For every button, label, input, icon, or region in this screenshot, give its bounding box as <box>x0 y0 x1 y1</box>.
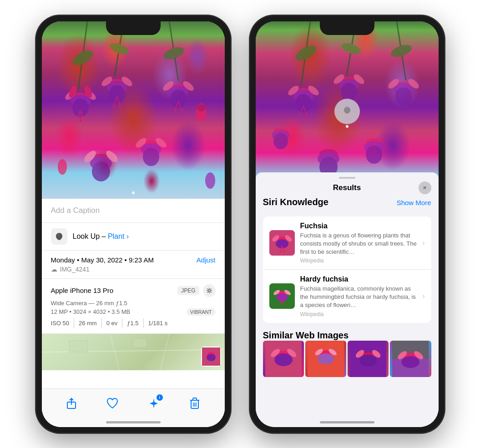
caption-placeholder[interactable]: Add a Caption <box>51 206 100 215</box>
adjust-button[interactable]: Adjust <box>197 256 216 264</box>
svg-point-21 <box>109 85 125 103</box>
hardy-description: Fuchsia magellanica, commonly known as t… <box>300 285 419 310</box>
camera-row: Apple iPhone 13 Pro JPEG <box>51 284 216 297</box>
hardy-source: Wikipedia <box>300 311 419 317</box>
favorite-button[interactable] <box>102 393 122 413</box>
lookup-label: Look Up – Plant › <box>73 232 129 241</box>
delete-button[interactable] <box>185 393 205 413</box>
svg-point-99 <box>273 133 288 149</box>
svg-line-54 <box>160 334 169 370</box>
fuchsia-source: Wikipedia <box>300 257 419 264</box>
hardy-title: Hardy fuchsia <box>300 275 419 283</box>
map-roads-svg <box>42 334 225 370</box>
similar-image-4[interactable] <box>390 341 431 377</box>
svg-point-71 <box>389 42 413 59</box>
similar-web-title: Similar Web Images <box>263 330 349 340</box>
home-bar-1 <box>106 421 161 423</box>
sheet-header: Results × <box>256 181 439 197</box>
fuchsia-thumbnail <box>269 230 295 256</box>
svg-point-49 <box>58 159 67 175</box>
phone-2-content: Results × Siri Knowledge Show More <box>256 21 439 427</box>
svg-point-4 <box>108 41 130 56</box>
phone-1-content: Add a Caption Look Up – Plant <box>42 21 225 427</box>
specs-text: 12 MP • 3024 × 4032 • 3.5 MB <box>51 308 131 315</box>
date-row: Monday • May 30, 2022 • 9:23 AM Adjust ☁… <box>42 251 225 279</box>
similar-web-section: Similar Web Images <box>263 330 431 377</box>
svg-point-35 <box>174 110 176 111</box>
knowledge-item-hardy[interactable]: Hardy fuchsia Fuchsia magellanica, commo… <box>263 270 431 323</box>
sim-img-svg-4 <box>390 341 431 377</box>
exif-shutter: 1/181 s <box>144 318 172 328</box>
sheet-handle <box>339 177 355 179</box>
filename: IMG_4241 <box>60 266 90 273</box>
similar-images-grid <box>263 341 431 377</box>
phone-1: Add a Caption Look Up – Plant <box>35 15 231 433</box>
share-button[interactable] <box>61 393 81 413</box>
svg-point-39 <box>92 161 110 181</box>
lookup-icon <box>51 228 67 245</box>
main-container: Add a Caption Look Up – Plant <box>0 0 480 448</box>
svg-point-70 <box>340 41 362 56</box>
hardy-thumb-image <box>269 283 295 309</box>
svg-point-26 <box>113 105 115 107</box>
exif-focal: 26 mm <box>74 318 102 328</box>
results-title: Results <box>333 183 361 192</box>
svg-point-79 <box>299 114 301 116</box>
svg-point-109 <box>283 251 285 252</box>
close-button[interactable]: × <box>419 181 431 194</box>
cloud-icon: ☁ <box>51 266 57 273</box>
info-button[interactable]: i <box>144 393 164 413</box>
camera-section: Apple iPhone 13 Pro JPEG <box>42 279 225 334</box>
leaf-icon <box>55 232 64 241</box>
heart-icon <box>106 398 118 409</box>
trash-icon <box>190 398 200 409</box>
date-line: Monday • May 30, 2022 • 9:23 AM Adjust <box>51 256 216 264</box>
location-line: ☁ IMG_4241 <box>51 266 216 273</box>
settings-icon[interactable] <box>203 284 216 297</box>
svg-point-80 <box>306 114 308 116</box>
filter-badge: VIBRANT <box>187 308 216 316</box>
date-text: Monday • May 30, 2022 • 9:23 AM <box>51 256 154 264</box>
exif-aperture: ƒ1.5 <box>122 318 143 328</box>
fuchsia-thumb-image <box>269 230 295 256</box>
map-thumbnail <box>201 347 221 367</box>
sheet-body: Siri Knowledge Show More <box>256 197 439 377</box>
svg-rect-56 <box>133 338 147 347</box>
sim-img-svg-3 <box>348 341 389 377</box>
camera-badges: JPEG <box>177 284 215 297</box>
notch-1 <box>106 21 161 35</box>
results-sheet: Results × Siri Knowledge Show More <box>256 172 439 427</box>
similar-image-2[interactable] <box>305 341 346 377</box>
svg-point-129 <box>359 355 377 367</box>
similar-image-1[interactable] <box>263 341 304 377</box>
svg-point-124 <box>318 353 334 364</box>
photo-area-1[interactable] <box>42 21 225 199</box>
svg-rect-55 <box>69 341 87 352</box>
svg-point-51 <box>208 289 210 292</box>
siri-knowledge-title: Siri Knowledge <box>263 197 328 207</box>
caption-area[interactable]: Add a Caption <box>42 199 225 223</box>
hardy-chevron: › <box>422 292 424 300</box>
svg-point-83 <box>341 83 357 101</box>
svg-line-53 <box>110 334 119 370</box>
exif-row: ISO 50 26 mm 0 ev ƒ1.5 1/181 s <box>51 318 216 328</box>
camera-model: Apple iPhone 13 Pro <box>51 287 114 294</box>
visual-search-button[interactable] <box>334 99 360 124</box>
knowledge-item-fuchsia[interactable]: Fuchsia Fuchsia is a genus of flowering … <box>263 216 431 270</box>
format-badge: JPEG <box>177 286 199 295</box>
svg-point-36 <box>181 110 182 111</box>
camera-details: Wide Camera — 26 mm ƒ1.5 <box>51 300 216 307</box>
siri-knowledge-section: Siri Knowledge Show More <box>263 197 431 323</box>
similar-image-3[interactable] <box>348 341 389 377</box>
phone-2-screen: Results × Siri Knowledge Show More <box>256 21 439 427</box>
map-section[interactable] <box>42 334 225 370</box>
svg-point-96 <box>366 146 382 164</box>
svg-point-74 <box>295 94 312 112</box>
sim-img-svg-1 <box>263 341 304 377</box>
lookup-row[interactable]: Look Up – Plant › <box>42 223 225 251</box>
notch-2 <box>320 21 374 35</box>
fuchsia-chevron: › <box>422 239 424 247</box>
svg-point-108 <box>279 251 281 252</box>
show-more-button[interactable]: Show More <box>397 199 431 206</box>
svg-point-69 <box>293 43 318 64</box>
